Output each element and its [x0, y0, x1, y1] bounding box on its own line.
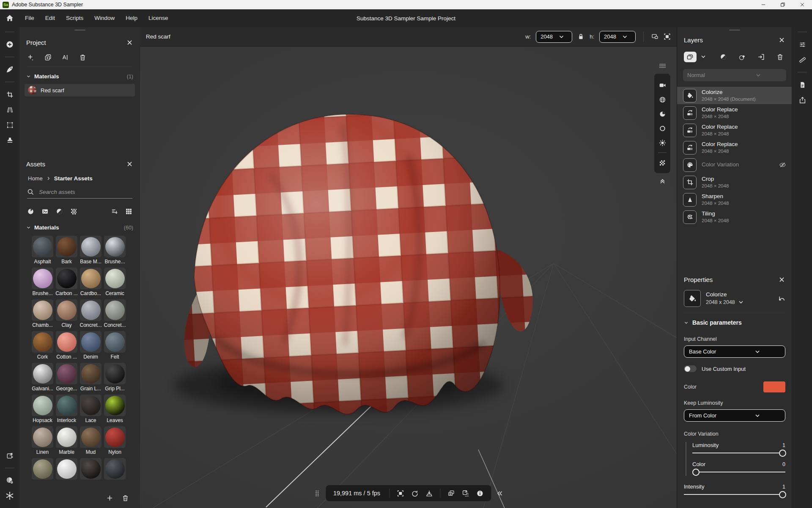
asset-tile-nylon[interactable]: Nylon [103, 426, 127, 458]
frame-scene-icon[interactable] [397, 490, 404, 497]
quick-start-button[interactable] [3, 63, 17, 76]
capture-icon[interactable] [447, 490, 455, 497]
share-button[interactable] [795, 94, 809, 106]
chevron-down-icon[interactable] [700, 54, 706, 60]
filter-layer-button[interactable] [718, 51, 729, 62]
filter-environments-icon[interactable] [56, 208, 63, 215]
layer-row-color-replace[interactable]: Color Replace 2048 × 2048 [677, 104, 792, 121]
erase-layer-button[interactable] [737, 51, 748, 62]
slider-knob[interactable] [779, 450, 786, 457]
asset-tile-george[interactable]: George... [55, 363, 79, 395]
frame-viewport-icon[interactable] [664, 33, 671, 40]
split-view-icon[interactable] [651, 33, 658, 40]
filter-patterns-icon[interactable] [70, 208, 77, 215]
filter-images-icon[interactable] [41, 208, 49, 215]
statusbar-drag-icon[interactable] [313, 490, 321, 497]
info-icon[interactable] [476, 490, 483, 497]
layer-row-color-replace[interactable]: Color Replace 2048 × 2048 [677, 139, 792, 156]
asset-tile-marble[interactable]: Marble [55, 426, 79, 458]
layer-row-color-replace[interactable]: Color Replace 2048 × 2048 [677, 121, 792, 139]
width-select[interactable]: 2048 [536, 31, 572, 43]
asset-tile-lace[interactable]: Lace [79, 395, 103, 426]
reset-icon[interactable] [778, 295, 785, 302]
layer-row-sharpen[interactable]: Sharpen 2048 × 2048 [677, 191, 792, 208]
asset-tile-linen[interactable]: Linen [30, 426, 55, 458]
keep-luminosity-select[interactable]: From Color [684, 409, 785, 422]
camera-button[interactable] [655, 80, 669, 91]
ground-snap-icon[interactable] [425, 490, 433, 497]
lighting-button[interactable] [655, 137, 669, 148]
input-channel-select[interactable]: Base Color [684, 345, 785, 358]
turntable-icon[interactable] [411, 490, 418, 497]
asset-tile-grain-l[interactable]: Grain L... [79, 363, 103, 395]
asset-tile-asphalt[interactable]: Asphalt [30, 236, 55, 268]
crop-tool-button[interactable] [3, 88, 17, 101]
material-preview-button[interactable] [655, 108, 669, 119]
lock-ratio-icon[interactable] [577, 33, 584, 40]
viewport-tab[interactable]: Red scarf [146, 33, 170, 40]
collapse-toolbar-button[interactable] [655, 174, 669, 187]
export-layer-button[interactable] [756, 51, 767, 62]
asset-tile-hopsack[interactable]: Hopsack [30, 395, 55, 426]
rename-icon[interactable] [62, 54, 69, 61]
layer-row-tiling[interactable]: Tiling 2048 × 2048 [677, 208, 792, 226]
close-icon[interactable] [778, 276, 785, 283]
asset-tile-carbon[interactable]: Carbon ... [55, 268, 79, 299]
asset-tile-bark[interactable]: Bark [55, 236, 79, 268]
chevron-down-icon[interactable] [684, 320, 689, 325]
asset-tile[interactable] [79, 458, 103, 490]
filter-materials-icon[interactable] [27, 208, 34, 215]
asset-tile-galvani[interactable]: Galvani... [30, 363, 55, 395]
trash-icon[interactable] [79, 54, 86, 61]
export-render-icon[interactable] [462, 490, 469, 497]
asset-tile[interactable] [55, 458, 79, 490]
selection-tool-button[interactable] [3, 119, 17, 131]
menu-license[interactable]: License [143, 9, 174, 27]
panel-drag-handle[interactable] [74, 30, 85, 30]
minimize-button[interactable] [754, 0, 773, 9]
perspective-tool-button[interactable] [3, 103, 17, 116]
close-icon[interactable] [126, 160, 133, 168]
environment-button[interactable] [655, 94, 669, 105]
slider-knob[interactable] [692, 469, 700, 476]
restore-button[interactable] [773, 0, 793, 9]
asset-tile-base-m[interactable]: Base M... [79, 236, 103, 268]
viewport[interactable]: Red scarf w: 2048 h: 2048 [140, 27, 677, 508]
breadcrumb-home[interactable]: Home [28, 175, 43, 182]
add-asset-icon[interactable] [106, 494, 113, 502]
menu-edit[interactable]: Edit [40, 9, 60, 27]
measure-button[interactable] [795, 53, 809, 66]
layer-row-colorize[interactable]: Colorize 2048 × 2048 (Document) [677, 87, 792, 104]
home-button[interactable] [0, 14, 19, 22]
color-swatch[interactable] [763, 381, 785, 392]
menu-file[interactable]: File [19, 9, 40, 27]
menu-scripts[interactable]: Scripts [60, 9, 89, 27]
cloth-preview-button[interactable] [655, 123, 669, 134]
close-window-button[interactable] [793, 0, 812, 9]
asset-tile-leaves[interactable]: Leaves [103, 395, 127, 426]
chevron-down-icon[interactable] [26, 225, 31, 230]
layer-row-color-variation[interactable]: Color Variation [677, 156, 792, 174]
asset-tile-grip-pl[interactable]: Grip Pl... [103, 363, 127, 395]
menu-window[interactable]: Window [89, 9, 120, 27]
sort-icon[interactable] [111, 208, 118, 215]
toolbar-drag-handle[interactable] [659, 60, 666, 71]
plugins-button[interactable] [3, 489, 17, 502]
slider-track[interactable] [692, 449, 785, 457]
asset-tile-concret[interactable]: Concret... [79, 299, 103, 331]
use-custom-input-toggle[interactable] [684, 365, 697, 372]
scene-3d[interactable] [140, 47, 677, 508]
duplicate-icon[interactable] [44, 54, 52, 61]
export-new-button[interactable] [3, 449, 17, 462]
asset-tile-concret[interactable]: Concret... [103, 299, 127, 331]
chevron-down-icon[interactable] [26, 74, 31, 79]
asset-tile-ceramic[interactable]: Ceramic [103, 268, 127, 299]
asset-tile-denim[interactable]: Denim [79, 331, 103, 363]
menu-help[interactable]: Help [120, 9, 143, 27]
height-select[interactable]: 2048 [599, 31, 636, 43]
layer-row-crop[interactable]: Crop 2048 × 2048 [677, 174, 792, 191]
grid-view-icon[interactable] [125, 208, 132, 215]
search-input[interactable] [38, 188, 132, 196]
asset-tile-cardbo[interactable]: Cardbo... [79, 268, 103, 299]
slider-track[interactable] [684, 491, 785, 498]
